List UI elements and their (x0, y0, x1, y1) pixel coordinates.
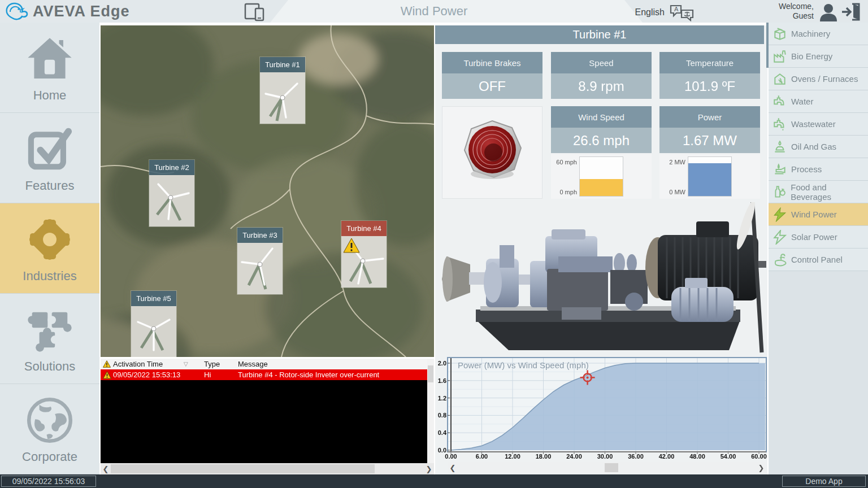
scrollbar-thumb[interactable] (605, 463, 618, 472)
nav-item-control-panel[interactable]: Control Panel (769, 249, 868, 271)
turbine-satellite-image (131, 306, 176, 357)
alarm-col-activation-time[interactable]: Activation Time (113, 360, 184, 368)
alarm-table-header[interactable]: Activation Time ▽ Type Message (101, 359, 427, 369)
scroll-right-arrow[interactable]: ❯ (424, 465, 434, 473)
home-icon (24, 33, 76, 85)
power-tile: Power 1.67 MW (659, 106, 760, 153)
wind-farm-map[interactable]: Turbine #1 Turbine #2 (101, 25, 434, 357)
speed-value: 8.9 rpm (551, 73, 652, 99)
turbine-card-title: Turbine #2 (149, 160, 194, 175)
wind-speed-bar (580, 179, 623, 196)
sidebar-item-solutions[interactable]: Solutions (0, 294, 99, 384)
svg-text:36.00: 36.00 (628, 453, 644, 460)
svg-text:18.00: 18.00 (536, 453, 552, 460)
turbine-panel-title: Turbine #1 (435, 25, 764, 44)
page-title: Wind Power (0, 0, 868, 23)
map-marker-turbine-2[interactable]: Turbine #2 (149, 160, 194, 226)
oil-lamp-icon (769, 140, 791, 154)
nav-item-bio-energy[interactable]: Bio Energy (769, 45, 868, 68)
alarm-header-warning-icon (101, 360, 113, 368)
temperature-label: Temperature (659, 52, 760, 73)
power-curve-chart[interactable]: 2.01.61.20.80.40.00.006.0012.0018.0024.0… (435, 357, 767, 460)
nav-item-ovens-furnaces[interactable]: Ovens / Furnaces (769, 68, 868, 90)
furnace-icon (769, 72, 791, 86)
sidebar-item-label: Features (25, 178, 75, 193)
alarm-time: 09/05/2022 15:53:13 (113, 371, 184, 379)
svg-text:42.00: 42.00 (659, 453, 675, 460)
nav-item-solar-power[interactable]: Solar Power (769, 226, 868, 249)
wind-speed-gauge: 60 mph 0 mph (551, 154, 652, 199)
turbine-card-title: Turbine #4 (341, 221, 387, 236)
temperature-value: 101.9 ºF (659, 73, 760, 99)
alarm-row[interactable]: 09/05/2022 15:53:13 Hi Turbine #4 - Roto… (101, 369, 427, 380)
scroll-left-arrow[interactable]: ❮ (101, 465, 111, 473)
nav-item-wastewater[interactable]: Wastewater (769, 113, 868, 136)
language-selector[interactable]: English A (635, 3, 695, 21)
svg-text:1.6: 1.6 (438, 377, 446, 384)
sort-indicator-icon[interactable]: ▽ (184, 361, 199, 367)
welcome-line1: Welcome, (779, 2, 814, 11)
wind-speed-value: 26.6 mph (551, 128, 652, 153)
chart-horizontal-scrollbar[interactable]: ❮ ❯ (448, 462, 766, 473)
scrollbar-thumb[interactable] (111, 464, 375, 473)
turbine-brakes-tile: Turbine Brakes OFF (442, 52, 542, 99)
sidebar-item-features[interactable]: Features (0, 113, 99, 203)
nav-item-process[interactable]: Process (769, 158, 868, 181)
aveva-edge-app: AVEVA Edge Wind Power English A Welcome,… (0, 0, 868, 488)
sidebar-item-label: Corporate (22, 450, 77, 464)
svg-text:48.00: 48.00 (689, 453, 705, 460)
map-marker-turbine-3[interactable]: Turbine #3 (237, 228, 283, 294)
turbine-brakes-label: Turbine Brakes (442, 52, 542, 73)
nav-item-wind-power[interactable]: Wind Power (769, 203, 868, 226)
turbine-satellite-image (260, 72, 305, 124)
nav-item-oil-and-gas[interactable]: Oil And Gas (769, 136, 868, 158)
nav-item-machinery[interactable]: Machinery (769, 23, 868, 45)
gauge-min-label: 0 MW (669, 189, 685, 195)
user-icon[interactable] (818, 2, 839, 21)
map-marker-turbine-5[interactable]: Turbine #5 (131, 291, 176, 357)
alarm-vertical-scrollbar[interactable] (427, 359, 434, 463)
power-bar-plot (688, 156, 732, 197)
svg-text:12.00: 12.00 (505, 453, 520, 460)
turbine-satellite-image (237, 243, 283, 294)
plug-icon (769, 252, 791, 267)
svg-text:0.00: 0.00 (445, 453, 457, 460)
chart-title: 2.0 (438, 360, 446, 367)
faucet-icon (769, 94, 791, 109)
welcome-text: Welcome, Guest (779, 2, 814, 21)
turbine-detail-panel: Turbine #1 Turbine Brakes OFF Speed 8.9 … (435, 25, 767, 474)
alarm-type: Hi (199, 371, 235, 379)
map-marker-turbine-1[interactable]: Turbine #1 (260, 57, 305, 124)
map-marker-turbine-4[interactable]: Turbine #4 (341, 221, 387, 287)
puzzle-icon (24, 304, 76, 356)
scroll-right-arrow[interactable]: ❯ (756, 464, 766, 472)
alarm-horizontal-scrollbar[interactable]: ❮ ❯ (101, 463, 434, 474)
alarm-col-type[interactable]: Type (199, 360, 235, 368)
power-bar (688, 163, 731, 196)
speed-label: Speed (551, 52, 652, 73)
svg-text:30.00: 30.00 (597, 453, 613, 460)
status-app-name: Demo App (782, 476, 866, 487)
logout-icon[interactable] (841, 3, 862, 21)
svg-text:0.4: 0.4 (438, 429, 447, 436)
emergency-stop-button[interactable] (461, 119, 523, 186)
nav-item-water[interactable]: Water (769, 90, 868, 113)
factory-icon (769, 49, 791, 64)
sidebar-item-home[interactable]: Home (0, 23, 99, 113)
top-bar: AVEVA Edge Wind Power English A Welcome,… (0, 0, 868, 23)
brake-button-cell (442, 106, 542, 199)
alarm-col-message[interactable]: Message (235, 360, 427, 368)
svg-text:60.00: 60.00 (751, 453, 767, 460)
welcome-line2: Guest (779, 11, 814, 21)
svg-text:0.8: 0.8 (438, 412, 446, 419)
sidebar-item-corporate[interactable]: Corporate (0, 384, 99, 474)
svg-text:24.00: 24.00 (566, 453, 582, 460)
sidebar-item-industries[interactable]: Industries (0, 203, 99, 294)
bolt-icon (769, 230, 791, 245)
translate-icon: A (669, 3, 695, 21)
warning-icon (343, 238, 360, 253)
nav-item-food-and-beverages[interactable]: Food and Beverages (769, 181, 868, 203)
scroll-left-arrow[interactable]: ❮ (448, 464, 458, 472)
industries-nav-sidebar: Machinery Bio Energy Ovens / Furnaces (769, 23, 868, 474)
wind-speed-bar-plot (579, 156, 623, 197)
